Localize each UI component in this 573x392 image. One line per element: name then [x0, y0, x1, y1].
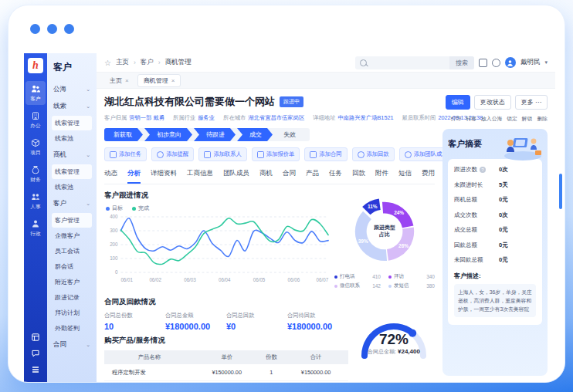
table-row[interactable]: 程序定制开发¥150000.00 1¥150000.00 — [104, 364, 348, 381]
legend-item[interactable]: 目标 — [106, 204, 123, 212]
stage-invalid[interactable]: 失效 — [274, 128, 305, 141]
submenu-item[interactable]: 员工会话 — [52, 244, 92, 259]
favorite-star-icon[interactable]: ☆ — [104, 59, 111, 67]
meta-industry[interactable]: 服务业 — [198, 114, 215, 121]
stage-new[interactable]: 新获取 — [104, 128, 143, 141]
to-public-pool-link[interactable]: 放入公海 — [481, 115, 502, 123]
info-icon[interactable]: ? — [480, 167, 486, 173]
submenu-section-kehu[interactable]: 客户⌄ — [52, 195, 92, 212]
tab-opportunity[interactable]: 商机 — [259, 169, 273, 184]
tab-profile[interactable]: 详细资料 — [151, 169, 177, 184]
tab-business-info[interactable]: 工商信息 — [187, 169, 213, 184]
unlock-link[interactable]: 解锁 — [522, 115, 533, 123]
delete-link[interactable]: 删除 — [537, 115, 548, 123]
fullscreen-icon[interactable] — [479, 59, 487, 67]
add-task-button[interactable]: 添加任务 — [104, 147, 147, 161]
submenu-item[interactable]: 线索池 — [52, 180, 92, 194]
submenu-item[interactable]: 客户管理 — [52, 213, 92, 228]
submenu-section-shangji[interactable]: 商机⌄ — [52, 147, 92, 164]
rail-item-projects[interactable]: 项目 — [25, 135, 46, 159]
window-controls — [30, 24, 74, 34]
tab-payment[interactable]: 回款 — [352, 169, 365, 184]
search-input[interactable] — [370, 59, 449, 67]
window-dot-icon[interactable] — [64, 24, 74, 34]
scrollbar[interactable] — [559, 174, 562, 209]
submenu-item[interactable]: 线索管理 — [52, 116, 92, 130]
content: 湖北红点科技有限公司需要做一个网站 跟进中 客户归属营销一部 戴勇 所属行业服务… — [97, 89, 555, 382]
print-link[interactable]: 打印 — [451, 115, 462, 123]
search-button[interactable]: 搜索 — [449, 56, 474, 69]
add-quote-button[interactable]: 添加报价单 — [252, 147, 300, 161]
chat-icon[interactable] — [31, 349, 40, 358]
submenu-item[interactable]: 跟进记录 — [52, 290, 92, 305]
submenu-item[interactable]: 企微客户 — [52, 228, 92, 243]
rail-item-admin[interactable]: 行政 — [25, 216, 46, 240]
breadcrumb-customers[interactable]: 客户 — [141, 58, 154, 67]
legend-item[interactable]: 打电话410 — [334, 273, 381, 280]
edit-button[interactable]: 编辑 — [446, 95, 470, 110]
tab-product[interactable]: 产品 — [306, 169, 319, 184]
submenu-section-gonghai[interactable]: 公海⌄ — [52, 81, 92, 98]
chevron-down-icon[interactable]: ▾ — [544, 59, 548, 66]
rail-item-office[interactable]: 办公 — [25, 108, 46, 132]
submenu-item[interactable]: 线索管理 — [52, 164, 92, 179]
lock-link[interactable]: 锁定 — [507, 115, 517, 123]
legend-dot-icon — [334, 275, 337, 279]
tab-dynamics[interactable]: 动态 — [104, 169, 117, 184]
meta-city[interactable]: 湖北省宜昌市伍家岗区 — [248, 114, 304, 121]
transfer-link[interactable]: 转移 — [466, 115, 476, 123]
submenu-item[interactable]: 群会话 — [52, 259, 92, 274]
submenu-item[interactable]: 拜访计划 — [52, 306, 92, 320]
svg-text:400: 400 — [110, 214, 118, 219]
submenu-item[interactable]: 外勤签到 — [52, 321, 92, 336]
legend-item[interactable]: 微信联系142 — [334, 282, 381, 289]
window-dot-icon[interactable] — [47, 24, 57, 34]
close-icon[interactable]: × — [125, 77, 129, 84]
stage-follow[interactable]: 待跟进 — [194, 128, 236, 141]
user-name[interactable]: 戴明民 — [520, 58, 541, 67]
rail-item-customers[interactable]: 客户 — [25, 81, 46, 105]
submenu-section-xiansuo[interactable]: 线索⌄ — [52, 98, 92, 115]
tab-task[interactable]: 任务 — [329, 169, 342, 184]
tab-sms[interactable]: 短信 — [398, 169, 412, 184]
tab-analysis[interactable]: 分析 — [127, 169, 141, 184]
page-tab-opportunity[interactable]: 商机管理× — [137, 74, 181, 87]
tab-contract[interactable]: 合同 — [283, 169, 296, 184]
stage-intent[interactable]: 初步意向 — [144, 128, 192, 141]
add-payment-button[interactable]: 添加回款 — [352, 147, 395, 161]
stage-deal[interactable]: 成交 — [237, 128, 273, 141]
breadcrumb-home[interactable]: 主页 — [116, 58, 129, 67]
refresh-icon[interactable] — [492, 59, 500, 67]
legend-item[interactable]: 完成 — [132, 204, 149, 212]
more-button[interactable]: 更多 ⋯ — [515, 95, 548, 110]
svg-text:占比: 占比 — [379, 231, 390, 238]
submenu-section-hetong[interactable]: 合同⌄ — [52, 336, 92, 353]
tab-attachment[interactable]: 附件 — [375, 169, 388, 184]
meta-owner[interactable]: 营销一部 戴勇 — [129, 114, 164, 121]
tab-team[interactable]: 团队成员 — [223, 169, 249, 184]
close-icon[interactable]: × — [171, 77, 175, 84]
window-dot-icon[interactable] — [30, 24, 40, 34]
rail-item-finance[interactable]: 财务 — [25, 162, 46, 186]
meta-address[interactable]: 中南路兴发广场B1521 — [337, 114, 393, 121]
breadcrumb-current: 商机管理 — [165, 58, 192, 67]
menu-icon[interactable] — [31, 365, 40, 374]
contract-icon — [310, 151, 317, 158]
add-contract-button[interactable]: 添加合同 — [304, 147, 347, 161]
office-icon — [31, 111, 40, 120]
app-logo[interactable]: h — [28, 58, 43, 73]
legend-item[interactable]: 拜访340 — [388, 273, 435, 280]
submenu-title: 客户 — [53, 61, 92, 74]
avatar[interactable] — [505, 57, 516, 68]
panel-icon[interactable] — [31, 333, 40, 342]
rail-item-hr[interactable]: 人事 — [25, 189, 46, 213]
chevron-down-icon: ⌄ — [86, 201, 90, 207]
add-reminder-button[interactable]: 添加提醒 — [151, 147, 194, 161]
add-contact-button[interactable]: 添加联系人 — [198, 147, 246, 161]
change-status-button[interactable]: 更改状态 — [474, 95, 511, 110]
page-tab-home[interactable]: 主页× — [104, 75, 134, 86]
legend-item[interactable]: 发短信380 — [388, 282, 435, 289]
submenu-item[interactable]: 线索池 — [52, 131, 92, 146]
submenu-item[interactable]: 附近客户 — [52, 275, 92, 289]
tab-expense[interactable]: 费用 — [422, 169, 435, 184]
